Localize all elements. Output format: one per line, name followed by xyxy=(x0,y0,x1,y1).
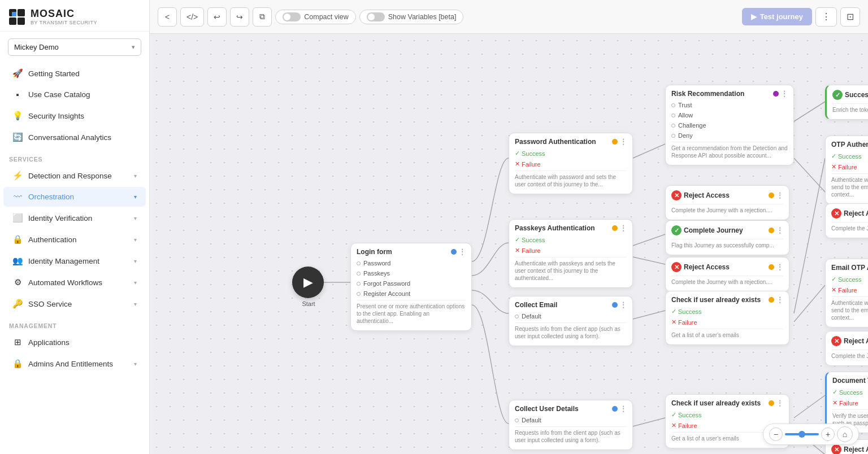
sidebar-item-getting-started[interactable]: 🚀 Getting Started xyxy=(3,63,146,84)
passkeys-auth-header: Passkeys Authentication ⋮ xyxy=(509,220,632,234)
sidebar-item-sso-service[interactable]: 🔑 SSO Service ▾ xyxy=(3,294,146,314)
admins-icon: 🔒 xyxy=(12,359,23,369)
sidebar-item-automated-workflows[interactable]: ⚙ Automated Workflows ▾ xyxy=(3,272,146,293)
tenant-selector[interactable]: Mickey Demo ▾ xyxy=(8,38,141,56)
sidebar-item-authentication[interactable]: 🔒 Authentication ▾ xyxy=(3,229,146,250)
reject-2-tag xyxy=(769,264,774,270)
check-user-1-node[interactable]: Check if user already exists ⋮ Success F… xyxy=(665,291,789,345)
mosaic-logo-icon xyxy=(9,9,27,25)
more-icon[interactable]: ⋮ xyxy=(459,248,466,256)
more-icon[interactable]: ⋮ xyxy=(776,226,783,234)
zoom-plus-button[interactable]: + xyxy=(821,427,835,441)
sso-icon: 🔑 xyxy=(12,299,23,309)
otp-auth-header: OTP Authentication ⋮ xyxy=(826,136,868,151)
passkeys-auth-node[interactable]: Passkeys Authentication ⋮ Success Failur… xyxy=(509,219,633,288)
sidebar-item-label: Orchestration xyxy=(28,193,74,201)
reject-otp-node[interactable]: ✕ Reject Access ⋮ Complete the Journey w… xyxy=(825,203,868,238)
sidebar-item-identity-verification[interactable]: ⬜ Identity Verification ▾ xyxy=(3,208,146,228)
management-section-label: MANAGEMENT xyxy=(0,315,149,331)
passkeys-auth-title: Passkeys Authentication xyxy=(515,224,595,232)
sidebar-item-identity-management[interactable]: 👥 Identity Management ▾ xyxy=(3,251,146,271)
start-node[interactable]: ▶ xyxy=(292,267,324,298)
chevron-down-icon: ▾ xyxy=(134,361,137,367)
risk-rec-title: Risk Recommendation xyxy=(671,90,744,98)
password-auth-node[interactable]: Password Authentication ⋮ Success Failur… xyxy=(509,133,633,194)
login-form-node[interactable]: Login form ⋮ Password Passkeys xyxy=(350,243,472,331)
doc-ver-title: Document Verification xyxy=(832,377,868,385)
reject-otp-desc: Complete the Journey with a rejection...… xyxy=(831,222,868,233)
sidebar-item-detection-response[interactable]: ⚡ Detection and Response ▾ xyxy=(3,165,146,186)
reject-1-desc: Complete the Journey with a rejection...… xyxy=(671,204,783,215)
sidebar-item-use-case-catalog[interactable]: ▪ Use Case Catalog xyxy=(3,85,146,104)
more-icon[interactable]: ⋮ xyxy=(620,405,627,413)
risk-row-trust: Trust xyxy=(671,100,788,110)
undo-button[interactable]: ↩ xyxy=(207,7,227,27)
more-icon[interactable]: ⋮ xyxy=(776,296,783,304)
reject-email-node[interactable]: ✕ Reject Access ⋮ Complete the Journey w… xyxy=(825,331,868,366)
more-icon[interactable]: ⋮ xyxy=(620,301,627,309)
sidebar-item-admins-entitlements[interactable]: 🔒 Admins And Entitlements ▾ xyxy=(3,353,146,374)
authentication-icon: 🔒 xyxy=(12,234,23,245)
reject-2-title: Reject Access xyxy=(684,263,730,271)
more-options-button[interactable]: ⋮ xyxy=(815,7,837,27)
reject-2-desc: Complete the Journey with a rejection...… xyxy=(671,276,783,287)
check-user-1-body: Success Failure Get a list of a user's e… xyxy=(666,306,789,344)
risk-recommendation-node[interactable]: Risk Recommendation ⋮ Trust Allow xyxy=(665,85,794,165)
reject-icon: ✕ xyxy=(831,208,841,219)
zoom-slider[interactable] xyxy=(785,433,819,435)
sidebar-toggle-button[interactable]: ⊡ xyxy=(840,7,860,27)
reject-access-2-node[interactable]: ✕ Reject Access ⋮ Complete the Journey w… xyxy=(665,257,789,292)
risk-rec-header: Risk Recommendation ⋮ xyxy=(666,85,793,100)
sidebar-item-label: Use Case Catalog xyxy=(28,90,90,99)
code-button[interactable]: </> xyxy=(180,7,204,27)
email-otp-node[interactable]: Email OTP Authentication ⋮ Success Failu… xyxy=(825,259,868,328)
sidebar-item-orchestration[interactable]: 〰 Orchestration ▾ xyxy=(3,187,146,207)
more-icon[interactable]: ⋮ xyxy=(776,399,783,407)
flow-canvas[interactable]: ▶ Start Login form ⋮ Passwor xyxy=(150,34,868,454)
risk-rec-body: Trust Allow Challenge Deny Get a recomme… xyxy=(666,100,793,165)
more-icon[interactable]: ⋮ xyxy=(776,191,783,199)
check-user-2-success: Success xyxy=(671,409,783,420)
back-button[interactable]: < xyxy=(158,7,177,27)
collect-email-node[interactable]: Collect Email ⋮ Default Requests info fr… xyxy=(509,296,633,346)
collect-user-details-node[interactable]: Collect User Details ⋮ Default Requests … xyxy=(509,400,633,450)
sidebar-item-label: Applications xyxy=(28,338,70,347)
check-user-1-failure: Failure xyxy=(671,317,783,328)
collect-user-details-title: Collect User Details xyxy=(515,405,579,413)
more-icon[interactable]: ⋮ xyxy=(781,90,788,98)
otp-auth-node[interactable]: OTP Authentication ⋮ Success Failure Aut… xyxy=(825,136,868,204)
svg-rect-3 xyxy=(18,18,25,25)
more-icon[interactable]: ⋮ xyxy=(620,138,627,146)
sidebar-item-security-insights[interactable]: 💡 Security Insights xyxy=(3,106,146,126)
check-user-1-header: Check if user already exists ⋮ xyxy=(666,291,789,306)
success-desc: Enrich the token with additional informa… xyxy=(832,103,868,115)
zoom-controls: − + ⌂ xyxy=(763,424,859,445)
show-variables-toggle[interactable]: Show Variables [beta] xyxy=(359,10,464,24)
copy-button[interactable]: ⧉ xyxy=(253,7,272,27)
show-variables-knob xyxy=(368,14,375,20)
passkeys-failure: Failure xyxy=(515,245,627,256)
reject-access-1-node[interactable]: ✕ Reject Access ⋮ Complete the Journey w… xyxy=(665,185,789,220)
more-icon[interactable]: ⋮ xyxy=(776,263,783,271)
more-icon[interactable]: ⋮ xyxy=(620,224,627,232)
complete-journey-node[interactable]: ✓ Complete Journey ⋮ Flag this Journey a… xyxy=(665,220,789,255)
sidebar-item-conversational-analytics[interactable]: 🔄 Conversational Analytics xyxy=(3,127,146,147)
home-button[interactable]: ⌂ xyxy=(837,426,853,442)
use-case-icon: ▪ xyxy=(12,90,23,99)
applications-icon: ⊞ xyxy=(12,337,23,347)
password-auth-tag xyxy=(612,139,618,145)
test-journey-button[interactable]: ▶ Test journey xyxy=(742,8,812,25)
sidebar-item-label: Detection and Response xyxy=(28,172,112,180)
success-node[interactable]: ✓ Success Enrich the token with addition… xyxy=(825,85,868,120)
login-row-register: Register Account xyxy=(357,289,466,299)
redo-button[interactable]: ↪ xyxy=(230,7,249,27)
compact-view-toggle[interactable]: Compact view xyxy=(275,10,356,24)
check-user-1-title: Check if user already exists xyxy=(671,296,761,304)
sidebar-item-applications[interactable]: ⊞ Applications xyxy=(3,332,146,352)
services-section-label: SERVICES xyxy=(0,148,149,165)
chevron-down-icon: ▾ xyxy=(134,237,137,243)
sidebar-item-label: Authentication xyxy=(28,235,77,244)
sidebar-item-label: Admins And Entitlements xyxy=(28,360,113,368)
zoom-minus-button[interactable]: − xyxy=(769,427,783,441)
check-user-2-title: Check if user already exists xyxy=(671,399,761,407)
